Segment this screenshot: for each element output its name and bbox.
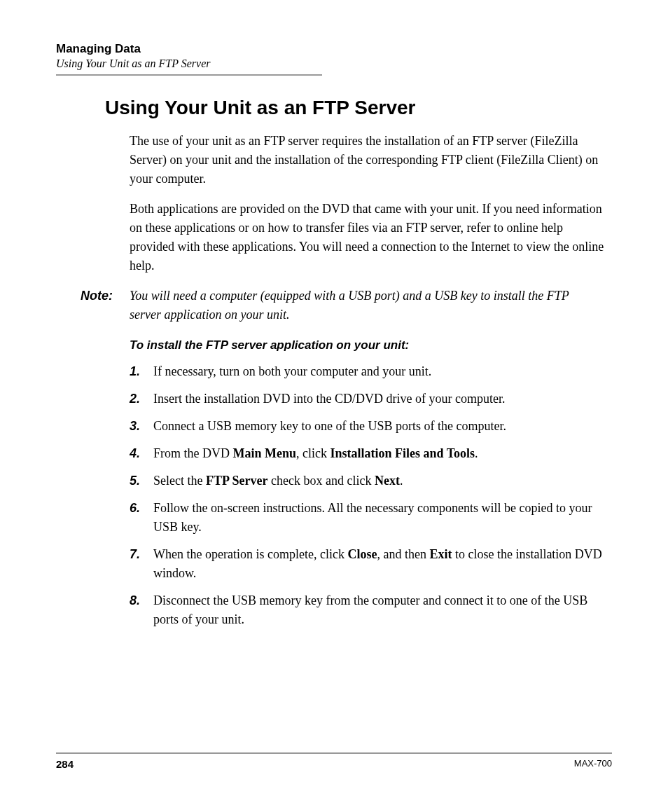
intro-paragraphs: The use of your unit as an FTP server re…	[130, 132, 605, 275]
model-label: MAX-700	[574, 758, 612, 770]
step: 3. Connect a USB memory key to one of th…	[130, 417, 605, 436]
page: Managing Data Using Your Unit as an FTP …	[0, 0, 668, 812]
chapter-title: Managing Data	[56, 42, 612, 56]
page-footer: 284 MAX-700	[56, 752, 612, 770]
step-text: If necessary, turn on both your computer…	[153, 362, 605, 381]
step: 6. Follow the on-screen instructions. Al…	[130, 499, 605, 537]
step-text: When the operation is complete, click Cl…	[153, 545, 605, 583]
step-number: 5.	[130, 472, 153, 490]
step: 5. Select the FTP Server check box and c…	[130, 472, 605, 490]
step-text: Insert the installation DVD into the CD/…	[153, 390, 605, 408]
page-number: 284	[56, 758, 74, 770]
step-number: 8.	[130, 591, 153, 629]
step-number: 4.	[130, 444, 153, 463]
running-header: Managing Data Using Your Unit as an FTP …	[56, 42, 612, 70]
step: 8. Disconnect the USB memory key from th…	[130, 591, 605, 629]
section-heading: Using Your Unit as an FTP Server	[105, 97, 612, 119]
step-number: 2.	[130, 390, 153, 408]
paragraph: The use of your unit as an FTP server re…	[130, 132, 605, 188]
step-number: 6.	[130, 499, 153, 537]
step: 7. When the operation is complete, click…	[130, 545, 605, 583]
header-rule	[56, 74, 322, 76]
step-text: Follow the on-screen instructions. All t…	[153, 499, 605, 537]
procedure-heading: To install the FTP server application on…	[130, 338, 612, 352]
note-label: Note:	[56, 287, 130, 324]
step: 2. Insert the installation DVD into the …	[130, 390, 605, 408]
step-text: Select the FTP Server check box and clic…	[153, 472, 605, 490]
procedure-steps: 1. If necessary, turn on both your compu…	[130, 362, 605, 629]
section-subtitle: Using Your Unit as an FTP Server	[56, 57, 612, 70]
paragraph: Both applications are provided on the DV…	[130, 200, 605, 275]
step-text: Connect a USB memory key to one of the U…	[153, 417, 605, 436]
step: 4. From the DVD Main Menu, click Install…	[130, 444, 605, 463]
note-block: Note: You will need a computer (equipped…	[56, 287, 612, 324]
step-text: Disconnect the USB memory key from the c…	[153, 591, 605, 629]
step: 1. If necessary, turn on both your compu…	[130, 362, 605, 381]
note-text: You will need a computer (equipped with …	[130, 287, 612, 324]
step-number: 3.	[130, 417, 153, 436]
step-number: 7.	[130, 545, 153, 583]
step-text: From the DVD Main Menu, click Installati…	[153, 444, 605, 463]
step-number: 1.	[130, 362, 153, 381]
